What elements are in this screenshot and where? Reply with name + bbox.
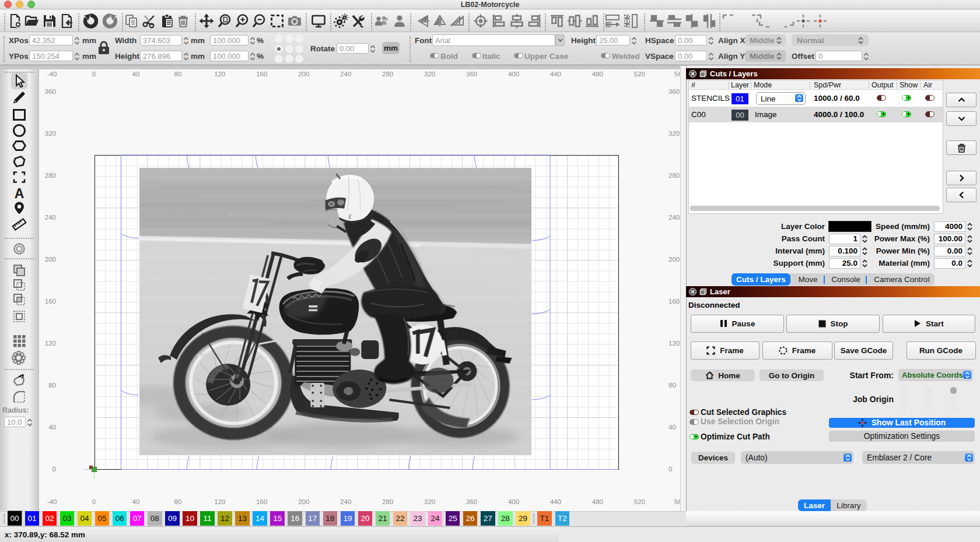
- svg-text:£: £: [348, 212, 352, 219]
